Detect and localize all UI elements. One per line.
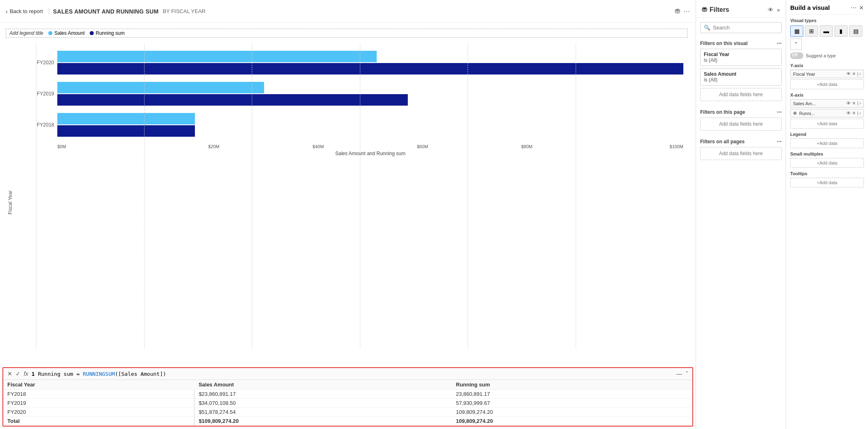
chip-running-eye[interactable]: 👁 [846,111,851,116]
back-to-report-button[interactable]: ‹ Back to report [6,8,49,15]
chip-running-close[interactable]: ✕ [852,111,856,116]
row-sales-2: $51,878,274.54 [194,408,452,417]
visual-type-grid[interactable]: ▤ [849,25,862,37]
row-year-1: FY2019 [3,399,194,408]
filter-section-all-more[interactable]: ⋯ [777,139,782,145]
suggest-toggle[interactable]: Off [790,52,803,59]
field-section-xaxis-label: X-axis [790,93,864,97]
formula-collapse-icon[interactable]: — [676,370,682,377]
row-sales-0: $23,860,891.17 [194,390,452,399]
suggest-label: Suggest a type [806,53,836,58]
y-axis-add-data[interactable]: +Add data [790,79,864,89]
visual-type-matrix[interactable]: ⊞ [805,25,818,37]
formula-line-num: 1 [32,371,35,377]
build-more-icon[interactable]: ⋯ [851,5,857,11]
field-chip-fiscal-year[interactable]: Fiscal Year 👁 ✕ | › [790,70,864,78]
bar-sales-fy2019 [57,82,264,93]
col-header-running: Running sum [452,380,693,390]
filters-panel: ⛃ Filters 👁 » 🔍 Filters on this visual ⋯… [696,0,786,429]
filters-eye-icon[interactable]: 👁 [768,7,773,13]
formula-confirm[interactable]: ✓ [16,370,20,377]
filter-funnel-icon: ⛃ [702,6,707,14]
formula-fx[interactable]: fx [24,370,28,377]
header-icons: ⛃ ⋯ [675,7,690,15]
data-panel: ✕ ✓ fx 1 Running sum = RUNNINGSUM([Sales… [2,367,693,427]
filter-icon[interactable]: ⛃ [675,7,680,15]
table-row: FY2020 $51,878,274.54 109,809,274.20 [3,408,692,417]
field-chip-fiscal-year-label: Fiscal Year [793,72,815,77]
field-section-yaxis: Y-axis Fiscal Year 👁 ✕ | › +Add data [790,63,864,89]
bar-running-fy2019 [57,94,408,106]
chip-sales-eye[interactable]: 👁 [846,101,851,106]
chip-close-icon[interactable]: ✕ [852,71,856,77]
chip-sep: | [857,71,858,77]
chip-sales-close[interactable]: ✕ [852,101,856,106]
chip-expand-icon[interactable]: › [859,71,861,77]
visual-type-dropdown[interactable]: ˅ [790,38,802,50]
filter-card-sales[interactable]: Sales Amount is (All) [700,68,782,86]
col-header-sales: Sales Amount [194,380,452,390]
add-data-visual[interactable]: Add data fields here [700,88,782,101]
field-section-xaxis: X-axis Sales Am... 👁 ✕ | › ⊕ Runni... 👁 … [790,93,864,129]
legend-dot-running [90,31,94,35]
formula-cancel[interactable]: ✕ [7,370,12,377]
search-box[interactable]: 🔍 [700,22,782,33]
tooltips-add-data[interactable]: +Add data [790,178,864,187]
formula-expand-icon[interactable]: ˅ [685,370,688,377]
visual-type-bar-v[interactable]: ▮ [834,25,848,37]
add-data-all[interactable]: Add data fields here [700,147,782,160]
field-section-small-multiples: Small multiples +Add data [790,151,864,168]
bar-label-fy2019: FY2019 [36,91,57,97]
bar-running-fy2018 [57,125,195,137]
row-running-0: 23,860,891.17 [452,390,693,399]
table-row: FY2018 $23,860,891.17 23,860,891.17 [3,390,692,399]
legend-item-sales: Sales Amount [48,30,85,36]
bar-sales-fy2018 [57,113,195,124]
small-multiples-add-data[interactable]: +Add data [790,158,864,168]
bar-row-fy2018: FY2018 [36,113,683,137]
add-data-page[interactable]: Add data fields here [700,117,782,131]
chip-sales-sep: | [857,101,858,106]
field-chip-sales-label: Sales Am... [793,101,816,106]
formula-bar: ✕ ✓ fx 1 Running sum = RUNNINGSUM([Sales… [3,368,692,380]
chip-eye-icon[interactable]: 👁 [846,71,851,77]
chip-sales-expand[interactable]: › [859,101,861,106]
x-tick-2: $40M [266,144,371,149]
visual-type-bar-h[interactable]: ▬ [820,25,833,37]
legend-add-data[interactable]: +Add data [790,138,864,148]
filter-card-fiscal[interactable]: Fiscal Year is (All) [700,49,782,66]
x-axis-add-data[interactable]: +Add data [790,119,864,129]
filter-section-page-more[interactable]: ⋯ [777,109,782,115]
formula-expression: Running sum = RUNNINGSUM([Sales Amount]) [38,371,166,377]
x-axis-ticks: $0M $20M $40M $60M $80M $100M [36,144,683,149]
x-tick-0: $0M [57,144,162,149]
more-options-icon[interactable]: ⋯ [683,7,690,15]
field-chip-sales-amount[interactable]: Sales Am... 👁 ✕ | › [790,99,864,108]
suggest-toggle-label: Off [792,53,798,57]
field-section-tooltips-label: Tooltips [790,171,864,176]
legend-title[interactable]: Add legend title [9,30,43,36]
visual-type-table[interactable]: ▦ [790,25,803,37]
build-close-icon[interactable]: ✕ [859,5,864,11]
chip-running-expand[interactable]: › [859,111,861,116]
field-section-tooltips: Tooltips +Add data [790,171,864,187]
bar-label-fy2020: FY2020 [36,60,57,65]
filter-section-visual: Filters on this visual ⋯ Fiscal Year is … [696,37,786,106]
filters-expand-icon[interactable]: » [777,7,780,13]
legend: Add legend title Sales Amount Running su… [6,29,687,38]
row-running-2: 109,809,274.20 [452,408,693,417]
filter-section-more-icon[interactable]: ⋯ [777,41,782,46]
filter-section-all-label: Filters on all pages [700,139,745,145]
x-tick-3: $60M [370,144,475,149]
field-chip-running-label: Runni... [799,111,815,116]
bar-sales-fy2020 [57,51,377,62]
row-running-1: 57,930,999.67 [452,399,693,408]
bar-row-fy2020: FY2020 [36,51,683,75]
search-input[interactable] [713,25,782,31]
filter-section-page-label: Filters on this page [700,109,745,115]
chip-running-sep: | [857,111,858,116]
filter-card-fiscal-title: Fiscal Year [704,52,778,57]
x-tick-5: $100M [579,144,683,149]
field-chip-running[interactable]: ⊕ Runni... 👁 ✕ | › [790,109,864,117]
chart-title: SALES AMOUNT AND RUNNING SUM [53,8,159,15]
